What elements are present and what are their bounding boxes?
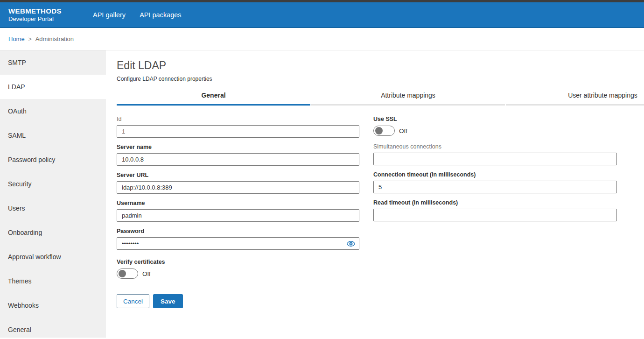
field-verify-certificates: Verify certificates Off [117,259,359,279]
id-input [117,125,359,138]
form-column-right: Use SSL Off Simultaneous connections Con… [373,116,617,308]
server-name-label: Server name [117,144,359,150]
sidebar-item-ldap[interactable]: LDAP [0,75,106,99]
connection-timeout-label: Connection timeout (in milliseconds) [373,171,617,178]
password-input-wrap [117,237,359,250]
username-label: Username [117,200,359,206]
sidebar-item-general[interactable]: General [0,318,106,338]
field-use-ssl: Use SSL Off [373,116,617,136]
breadcrumb-current: Administration [35,35,74,42]
simultaneous-connections-label: Simultaneous connections [373,143,617,150]
field-password: Password [117,228,359,250]
simultaneous-connections-input[interactable] [373,153,617,165]
form-actions: Cancel Save [117,294,359,308]
sidebar-item-users[interactable]: Users [0,196,106,220]
sidebar-item-smtp[interactable]: SMTP [0,50,106,75]
brand-title: WEBMETHODS [8,7,62,15]
tab-attribute-mappings[interactable]: Attribute mappings [311,92,505,106]
breadcrumb-home-link[interactable]: Home [8,35,25,42]
sidebar-item-onboarding[interactable]: Onboarding [0,220,106,245]
main-content: Edit LDAP Configure LDAP connection prop… [106,50,644,338]
verify-certificates-row: Off [117,268,359,279]
field-server-name: Server name [117,144,359,166]
use-ssl-toggle[interactable] [373,126,395,136]
sidebar-item-webhooks[interactable]: Webhooks [0,293,106,318]
use-ssl-label: Use SSL [373,116,617,122]
brand-subtitle: Developer Portal [8,15,62,23]
nav-api-packages[interactable]: API packages [140,8,181,21]
main-nav: API gallery API packages [93,8,196,21]
field-connection-timeout: Connection timeout (in milliseconds) [373,171,617,193]
verify-certificates-toggle[interactable] [117,268,138,279]
verify-certificates-state: Off [142,270,151,277]
password-label: Password [117,228,359,234]
verify-certificates-label: Verify certificates [117,259,359,265]
username-input[interactable] [117,209,359,222]
eye-icon[interactable] [347,240,355,247]
page-body: SMTP LDAP OAuth SAML Password policy Sec… [0,50,644,338]
page-subtitle: Configure LDAP connection properties [117,76,617,82]
id-label: Id [117,116,359,122]
field-id: Id [117,116,359,138]
server-name-input[interactable] [117,153,359,166]
field-username: Username [117,200,359,222]
ldap-form: Id Server name Server URL Username Passw… [117,116,617,308]
field-server-url: Server URL [117,172,359,194]
sidebar-item-saml[interactable]: SAML [0,123,106,148]
brand-logo[interactable]: WEBMETHODS Developer Portal [8,7,62,23]
read-timeout-input[interactable] [373,209,617,221]
read-timeout-label: Read timeout (in milliseconds) [373,199,617,206]
admin-sidebar: SMTP LDAP OAuth SAML Password policy Sec… [0,50,106,338]
tab-user-attribute-mappings[interactable]: User attribute mappings [506,92,644,106]
app-header: WEBMETHODS Developer Portal API gallery … [0,2,644,28]
sidebar-item-security[interactable]: Security [0,172,106,196]
sidebar-item-approval-workflow[interactable]: Approval workflow [0,245,106,269]
breadcrumb: Home > Administration [0,28,644,50]
sidebar-item-password-policy[interactable]: Password policy [0,148,106,172]
nav-api-gallery[interactable]: API gallery [93,8,126,21]
chevron-right-icon: > [28,36,32,42]
ldap-tabs: General Attribute mappings User attribut… [117,92,644,106]
form-column-left: Id Server name Server URL Username Passw… [117,116,359,308]
server-url-input[interactable] [117,181,359,194]
sidebar-item-themes[interactable]: Themes [0,269,106,293]
server-url-label: Server URL [117,172,359,178]
cancel-button[interactable]: Cancel [117,294,149,308]
password-input[interactable] [117,237,359,250]
field-simultaneous-connections: Simultaneous connections [373,143,617,165]
toggle-knob [119,270,126,277]
tab-general[interactable]: General [117,92,310,106]
field-read-timeout: Read timeout (in milliseconds) [373,199,617,221]
page-title: Edit LDAP [117,59,617,72]
use-ssl-row: Off [373,126,617,136]
save-button[interactable]: Save [153,294,183,308]
use-ssl-state: Off [399,127,407,134]
connection-timeout-input[interactable] [373,181,617,193]
toggle-knob [375,127,383,134]
sidebar-item-oauth[interactable]: OAuth [0,99,106,123]
